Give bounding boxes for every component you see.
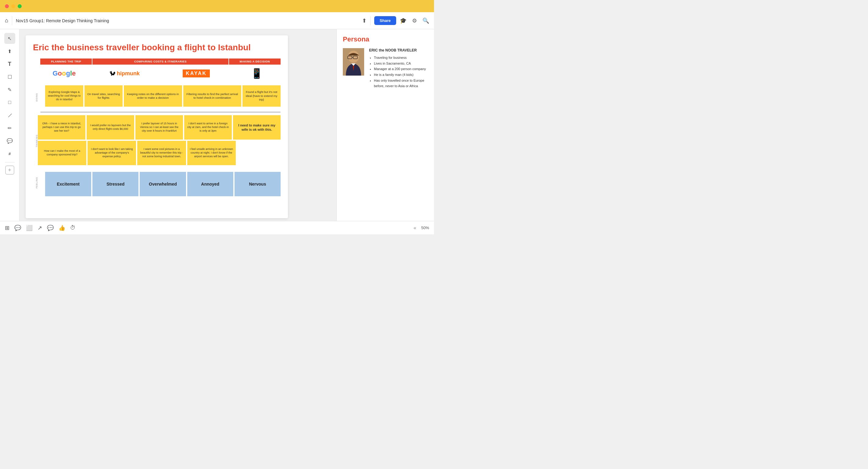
kayak-logo-cell: KAYAK <box>161 67 231 80</box>
kayak-logo: KAYAK <box>183 69 210 77</box>
frame-tool-bottom[interactable]: ⊞ <box>5 225 9 231</box>
thinking-note-1-4[interactable]: I don't want to arrive in a foreign city… <box>184 115 232 140</box>
thinking-row-1: Ohh - I have a niece in Istanbul, perhap… <box>38 115 281 140</box>
persona-avatar <box>343 48 364 75</box>
chat-icon[interactable]: 💬 <box>47 225 54 231</box>
google-logo: Google <box>53 69 75 77</box>
thinking-row-2: How can I make the most of a company spo… <box>38 141 281 165</box>
logos-row: Google 🐿 hipmunk KAYAK 📱 <box>40 65 281 83</box>
thinking-note-1-5[interactable]: I need to make sure my wife is ok with t… <box>233 115 281 140</box>
phase-comparing: COMPARING COSTS & ITINERARIES <box>92 59 228 65</box>
thinking-note-2-1[interactable]: How can I make the most of a company spo… <box>38 141 86 165</box>
note-tool[interactable]: 💬 <box>4 135 15 146</box>
feeling-section: FEELING Excitement Stressed Overwhelmed … <box>33 169 281 196</box>
thinking-content: Ohh - I have a niece in Istanbul, perhap… <box>38 115 281 166</box>
header-divider <box>12 16 12 25</box>
header-divider-2 <box>370 16 371 25</box>
minimize-button[interactable] <box>11 4 15 8</box>
like-icon[interactable]: 👍 <box>59 225 65 231</box>
doing-section: DOING Exploring Google Maps & searching … <box>33 85 281 109</box>
persona-card: ERIC the NOOB TRAVELER Traveling for bus… <box>343 48 428 89</box>
feeling-label: FEELING <box>33 169 38 196</box>
share-screen-icon[interactable]: ↗ <box>37 225 42 231</box>
google-logo-cell: Google <box>40 67 88 80</box>
persona-info: ERIC the NOOB TRAVELER Traveling for bus… <box>369 48 428 89</box>
feeling-note-1[interactable]: Excitement <box>45 172 91 196</box>
doing-note-2[interactable]: On travel sites, searching for flights <box>85 85 123 107</box>
phone-icon: 📱 <box>251 68 263 79</box>
thinking-label: THINKING <box>33 115 38 166</box>
thinking-note-2-2[interactable]: I don't want to look like I am taking ad… <box>88 141 136 165</box>
pencil-tool[interactable]: ✏ <box>4 123 15 133</box>
persona-title: Persona <box>343 35 428 43</box>
doing-content: Exploring Google Maps & searching for co… <box>38 85 281 109</box>
board-title: Eric the business traveller booking a fl… <box>33 43 281 53</box>
thinking-note-1-3[interactable]: I prefer layover of 15 hours in Vienna s… <box>135 115 183 140</box>
persona-name: ERIC the NOOB TRAVELER <box>369 48 428 53</box>
header-bar: ⌂ Nov15 Group1: Remote Design Thinking T… <box>0 12 434 29</box>
doing-label: DOING <box>33 85 38 109</box>
screen-tool-bottom[interactable]: ⬜ <box>26 225 33 231</box>
feeling-row: Excitement Stressed Overwhelmed Annoyed … <box>45 172 281 196</box>
add-tool[interactable]: + <box>5 165 14 175</box>
thinking-empty <box>237 141 281 165</box>
thinking-note-1-2[interactable]: I would prefer no layovers but the only … <box>87 115 134 140</box>
upload-icon[interactable]: ⬆ <box>362 18 367 24</box>
search-icon[interactable]: 🔍 <box>423 18 429 24</box>
comment-tool-bottom[interactable]: 💬 <box>14 225 21 231</box>
persona-bullet-1: Traveling for business <box>374 55 428 61</box>
persona-bullet-4: He is a family man (4 kids) <box>374 72 428 78</box>
title-bar <box>0 0 434 12</box>
phase-planning: PLANNING THE TRIP <box>40 59 92 65</box>
comment-tool[interactable]: ✎ <box>4 84 15 95</box>
feeling-note-2[interactable]: Stressed <box>92 172 138 196</box>
grid-tool[interactable]: # <box>4 148 15 159</box>
learn-icon[interactable]: 🎓 <box>400 18 407 24</box>
upload-tool[interactable]: ⬆ <box>4 46 15 57</box>
thinking-note-2-4[interactable]: I feel unsafe arriving in an unknown cou… <box>187 141 236 165</box>
header-icons: 🎓 ⚙ 🔍 <box>400 18 429 24</box>
maximize-button[interactable] <box>18 4 22 8</box>
feeling-note-3[interactable]: Overwhelmed <box>140 172 186 196</box>
settings-icon[interactable]: ⚙ <box>412 18 417 24</box>
feeling-note-4[interactable]: Annoyed <box>187 172 233 196</box>
sticky-tool[interactable]: ☐ <box>4 71 15 82</box>
hipmunk-logo: 🐿 hipmunk <box>110 70 140 77</box>
doing-note-1[interactable]: Exploring Google Maps & searching for co… <box>45 85 83 107</box>
thinking-note-2-3[interactable]: I want some cool pictures in a beautiful… <box>137 141 186 165</box>
right-panel: Persona <box>336 29 434 221</box>
persona-bullet-3: Manager at a 200 person company <box>374 66 428 72</box>
timer-icon[interactable]: ⏱ <box>70 225 75 231</box>
persona-bullet-2: Lives in Sacramento, CA <box>374 61 428 66</box>
text-tool[interactable]: T <box>4 59 15 69</box>
separator-line <box>40 111 281 113</box>
zoom-level: 50% <box>421 226 429 230</box>
feeling-note-5[interactable]: Nervous <box>235 172 281 196</box>
thinking-section: THINKING Ohh - I have a niece in Istanbu… <box>33 115 281 166</box>
line-tool[interactable]: — <box>2 108 18 123</box>
doing-row: Exploring Google Maps & searching for co… <box>45 85 281 107</box>
doing-note-5[interactable]: Found a flight but it's not ideal (have … <box>243 85 281 107</box>
hipmunk-logo-cell: 🐿 hipmunk <box>89 68 160 79</box>
persona-bullet-5: Has only travelled once to Europe before… <box>374 78 428 89</box>
frame-tool[interactable]: □ <box>4 97 15 108</box>
collapse-icon[interactable]: « <box>413 225 416 231</box>
thinking-note-1-1[interactable]: Ohh - I have a niece in Istanbul, perhap… <box>38 115 85 140</box>
persona-bullets: Traveling for business Lives in Sacramen… <box>369 55 428 89</box>
phase-headers: PLANNING THE TRIP COMPARING COSTS & ITIN… <box>40 59 281 65</box>
doing-note-4[interactable]: Filtering results to find the perfect ar… <box>183 85 241 107</box>
close-button[interactable] <box>5 4 9 8</box>
phone-icon-cell: 📱 <box>233 65 281 82</box>
main-layout: ↖ ⬆ T ☐ ✎ □ — ✏ 💬 # + Eric the business … <box>0 29 434 221</box>
whiteboard: Eric the business traveller booking a fl… <box>26 35 288 218</box>
doc-title: Nov15 Group1: Remote Design Thinking Tra… <box>16 18 359 23</box>
bottom-toolbar: ⊞ 💬 ⬜ ↗ 💬 👍 ⏱ « 50% <box>0 221 434 234</box>
share-button[interactable]: Share <box>374 16 396 25</box>
feeling-content: Excitement Stressed Overwhelmed Annoyed … <box>38 169 281 196</box>
cursor-tool[interactable]: ↖ <box>4 33 15 44</box>
hipmunk-text: hipmunk <box>117 70 140 77</box>
left-toolbar: ↖ ⬆ T ☐ ✎ □ — ✏ 💬 # + <box>0 29 20 221</box>
doing-note-3[interactable]: Keeping notes on the different options i… <box>124 85 182 107</box>
phase-deciding: MAKING A DECISION <box>229 59 281 65</box>
home-icon[interactable]: ⌂ <box>5 18 8 24</box>
